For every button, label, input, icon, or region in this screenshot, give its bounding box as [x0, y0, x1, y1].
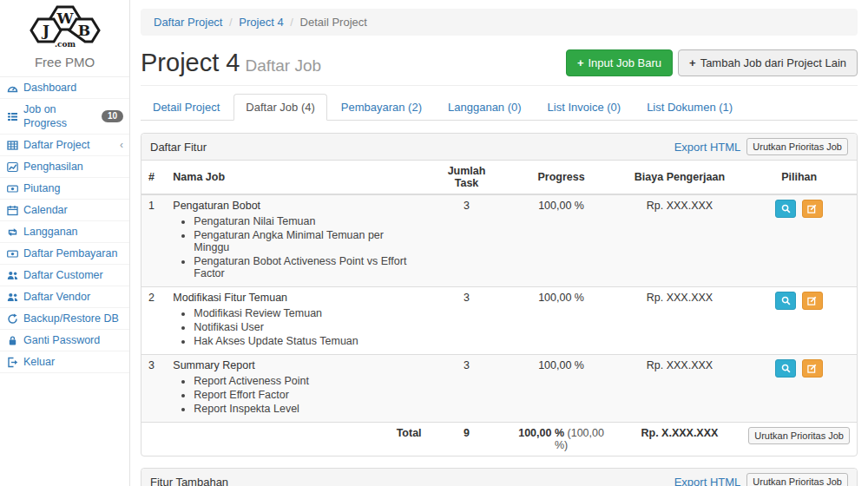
panel-title: Fitur Tambahan — [150, 476, 228, 486]
refresh-icon — [6, 313, 18, 325]
total-cost: Rp. X.XXX.XXX — [618, 423, 742, 456]
sidebar-item-label: Ganti Password — [23, 333, 100, 347]
sidebar-item-daftar-vendor[interactable]: Daftar Vendor — [0, 286, 129, 308]
task-count: 3 — [429, 287, 505, 355]
col-progress: Progress — [504, 161, 617, 194]
button-label: Tambah Job dari Project Lain — [700, 56, 846, 70]
main-content: Daftar Project / Project 4 / Detail Proj… — [130, 0, 868, 486]
tab-langganan[interactable]: Langganan (0) — [436, 94, 534, 121]
tambah-job-dari-project-lain-button[interactable]: + Tambah Job dari Project Lain — [678, 49, 858, 76]
cost-value: Rp. XXX.XXX — [618, 355, 742, 423]
urutkan-prioritas-job-button[interactable]: Urutkan Prioritas Job — [748, 427, 850, 444]
plus-icon: + — [689, 56, 696, 70]
sidebar-item-label: Daftar Customer — [23, 268, 103, 282]
export-html-link[interactable]: Export HTML — [674, 141, 741, 154]
edit-job-button[interactable] — [802, 359, 823, 378]
sidebar-item-piutang[interactable]: Piutang — [0, 178, 129, 200]
sidebar-item-calendar[interactable]: Calendar — [0, 200, 129, 221]
sidebar-item-label: Daftar Project — [23, 138, 89, 152]
view-job-button[interactable] — [775, 359, 796, 378]
sidebar-item-dashboard[interactable]: Dashboard — [0, 77, 129, 99]
tab-list-invoice[interactable]: List Invoice (0) — [536, 94, 634, 121]
progress-value: 100,00 % — [504, 287, 617, 355]
row-num: 1 — [141, 194, 166, 287]
tab-daftar-job[interactable]: Daftar Job (4) — [233, 94, 326, 121]
view-job-button[interactable] — [775, 200, 796, 218]
job-subitem: Pengaturan Nilai Temuan — [194, 214, 421, 228]
panel-fitur-tambahan: Fitur Tambahan Export HTML Urutkan Prior… — [141, 468, 858, 486]
app-name: Free PMO — [0, 55, 129, 69]
button-label: Input Job Baru — [588, 56, 661, 70]
job-subitem: Notifikasi User — [194, 320, 421, 334]
progress-value: 100,00 % — [504, 355, 617, 423]
col-num: # — [141, 161, 166, 194]
row-num: 3 — [141, 355, 166, 423]
search-icon — [781, 204, 791, 213]
job-subitems: Modifikasi Review Temuan Notifikasi User… — [173, 306, 421, 348]
sidebar-item-daftar-pembayaran[interactable]: Daftar Pembayaran — [0, 243, 129, 265]
chart-line-icon — [6, 161, 18, 173]
sidebar-item-penghasilan[interactable]: Penghasilan — [0, 156, 129, 178]
total-progress: 100,00 % (100,00 %) — [504, 423, 617, 456]
sidebar-item-daftar-customer[interactable]: Daftar Customer — [0, 265, 129, 286]
export-html-link[interactable]: Export HTML — [674, 476, 741, 486]
job-subitem: Pengaturan Angka Minimal Temuan per Ming… — [194, 228, 421, 254]
task-count: 3 — [429, 355, 505, 423]
chevron-left-icon: ‹ — [120, 138, 123, 152]
logo-letter-b: B — [77, 22, 89, 39]
col-pilihan: Pilihan — [741, 161, 857, 194]
sidebar-item-daftar-project[interactable]: Daftar Project ‹ — [0, 135, 129, 156]
signout-icon — [6, 357, 18, 368]
sidebar-item-label: Job on Progress — [23, 102, 96, 130]
sidebar-item-label: Langganan — [23, 225, 78, 239]
sidebar-menu: Dashboard Job on Progress 10 Daftar Proj… — [0, 76, 129, 373]
tab-detail-project[interactable]: Detail Project — [141, 94, 232, 121]
sidebar-item-label: Keluar — [23, 355, 55, 369]
panel-title: Daftar Fitur — [150, 141, 207, 154]
breadcrumb-link-daftar-project[interactable]: Daftar Project — [154, 16, 222, 29]
lock-icon — [6, 335, 18, 346]
urutkan-prioritas-job-button[interactable]: Urutkan Prioritas Job — [746, 473, 848, 486]
sidebar-item-job-on-progress[interactable]: Job on Progress 10 — [0, 99, 129, 135]
breadcrumb: Daftar Project / Project 4 / Detail Proj… — [141, 9, 858, 36]
sidebar-item-label: Daftar Pembayaran — [23, 246, 117, 260]
users-icon — [6, 292, 18, 303]
dashboard-icon — [6, 82, 18, 94]
edit-icon — [807, 364, 817, 373]
sidebar-item-label: Piutang — [23, 181, 60, 195]
app-window: J W B .com Free PMO Dashboard Job on Pro… — [0, 0, 868, 486]
job-subitem: Pengaturan Bobot Activeness Point vs Eff… — [194, 254, 421, 280]
edit-job-button[interactable] — [802, 200, 823, 218]
sidebar-item-label: Backup/Restore DB — [23, 312, 119, 325]
sidebar-item-langganan[interactable]: Langganan — [0, 221, 129, 243]
search-icon — [781, 364, 791, 373]
job-subitems: Report Activeness Point Report Effort Fa… — [173, 374, 421, 416]
table-row: 1 Pengaturan Bobot Pengaturan Nilai Temu… — [141, 194, 857, 287]
job-subitem: Report Inspekta Level — [194, 402, 421, 416]
panel-heading: Daftar Fitur Export HTML Urutkan Priorit… — [141, 134, 857, 161]
view-job-button[interactable] — [775, 292, 796, 310]
sidebar-item-label: Dashboard — [23, 81, 76, 95]
job-subitem: Report Activeness Point — [194, 374, 421, 388]
edit-icon — [807, 296, 817, 305]
cost-value: Rp. XXX.XXX — [618, 194, 742, 287]
panel-daftar-fitur: Daftar Fitur Export HTML Urutkan Priorit… — [141, 133, 858, 456]
table-header-row: # Nama Job Jumlah Task Progress Biaya Pe… — [141, 161, 857, 194]
tab-list-dokumen[interactable]: List Dokumen (1) — [635, 94, 745, 121]
urutkan-prioritas-job-button[interactable]: Urutkan Prioritas Job — [746, 138, 848, 155]
sidebar-item-backup-restore-db[interactable]: Backup/Restore DB — [0, 308, 129, 330]
retweet-icon — [6, 227, 18, 238]
brand: J W B .com Free PMO — [0, 0, 129, 76]
sidebar-item-keluar[interactable]: Keluar — [0, 351, 129, 373]
list-icon — [6, 111, 18, 122]
table-row: 2 Modifikasi Fitur Temuan Modifikasi Rev… — [141, 287, 857, 355]
breadcrumb-link-project-4[interactable]: Project 4 — [239, 16, 283, 29]
search-icon — [781, 296, 791, 305]
sidebar-item-ganti-password[interactable]: Ganti Password — [0, 330, 129, 351]
tab-pembayaran[interactable]: Pembayaran (2) — [329, 94, 434, 121]
job-name: Modifikasi Fitur Temuan — [173, 292, 421, 304]
sidebar-item-label: Calendar — [23, 203, 68, 217]
edit-job-button[interactable] — [802, 292, 823, 310]
input-job-baru-button[interactable]: + Input Job Baru — [566, 49, 673, 76]
row-num: 2 — [141, 287, 166, 355]
